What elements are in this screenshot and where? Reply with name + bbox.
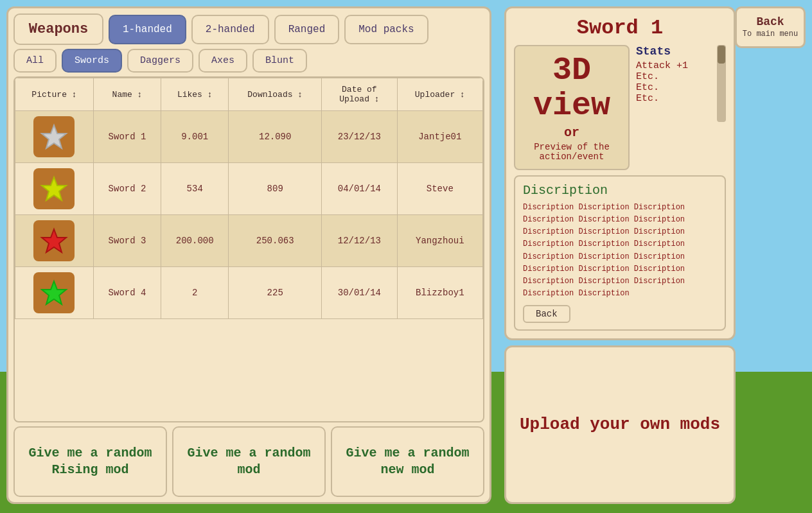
stats-box: Stats Attack +1 Etc. Etc. Etc. bbox=[636, 45, 726, 170]
stats-item-3: Etc. bbox=[636, 82, 714, 93]
cell-3: 23/12/13 bbox=[322, 111, 398, 163]
picture-cell bbox=[15, 163, 94, 215]
picture-cell bbox=[15, 111, 94, 163]
cell-0: Sword 4 bbox=[93, 267, 161, 319]
weapons-label: Weapons bbox=[13, 13, 103, 45]
tab-modpacks[interactable]: Mod packs bbox=[344, 15, 428, 44]
upload-title: Upload your own mods bbox=[520, 413, 720, 436]
back-main-button[interactable]: Back To main menu bbox=[735, 6, 806, 48]
svg-marker-0 bbox=[42, 125, 66, 148]
subtab-blunt[interactable]: Blunt bbox=[252, 49, 307, 73]
svg-marker-3 bbox=[42, 281, 66, 304]
tab-2handed[interactable]: 2-handed bbox=[191, 15, 269, 44]
stats-scrollbar-thumb bbox=[718, 46, 725, 64]
random-new-mod-button[interactable]: Give me a random new mod bbox=[331, 426, 484, 497]
preview-3d-label: 3Dview bbox=[533, 53, 610, 123]
description-panel: Discription Discription Discription Disc… bbox=[514, 175, 726, 331]
mod-table-container: Picture ↕ Name ↕ Likes ↕ Downloads ↕ Dat… bbox=[13, 76, 484, 422]
cell-4: Jantje01 bbox=[397, 111, 482, 163]
stats-scrollbar[interactable] bbox=[717, 45, 726, 122]
stats-list: Stats Attack +1 Etc. Etc. Etc. bbox=[636, 45, 714, 122]
cell-1: 200.000 bbox=[161, 215, 229, 267]
preview-sub-label: Preview of theaction/event bbox=[534, 143, 610, 162]
stats-item-1: Attack +1 bbox=[636, 60, 714, 71]
description-text: Discription Discription Discription Disc… bbox=[523, 202, 717, 300]
col-downloads[interactable]: Downloads ↕ bbox=[229, 78, 322, 111]
tab-1handed[interactable]: 1-handed bbox=[109, 15, 186, 44]
main-panel: Weapons 1-handed 2-handed Ranged Mod pac… bbox=[6, 6, 491, 504]
stats-right: Stats Attack +1 Etc. Etc. Etc. bbox=[636, 45, 726, 122]
detail-panel: Sword 1 3Dview or Preview of theaction/e… bbox=[504, 6, 736, 340]
preview-or-label: or bbox=[564, 126, 579, 140]
upload-panel[interactable]: Upload your own mods bbox=[504, 345, 736, 504]
cell-1: 2 bbox=[161, 267, 229, 319]
description-title: Discription bbox=[523, 183, 717, 198]
cell-4: Steve bbox=[397, 163, 482, 215]
sub-nav: All Swords Daggers Axes Blunt bbox=[13, 49, 484, 73]
cell-4: Blizzboy1 bbox=[397, 267, 482, 319]
tab-ranged[interactable]: Ranged bbox=[274, 15, 340, 44]
col-date[interactable]: Date ofUpload ↕ bbox=[322, 78, 398, 111]
back-sub-label: To main menu bbox=[742, 30, 799, 40]
table-row[interactable]: Sword 19.00112.09023/12/13Jantje01 bbox=[15, 111, 483, 163]
subtab-axes[interactable]: Axes bbox=[199, 49, 247, 73]
nav-buttons: 1-handed 2-handed Ranged Mod packs bbox=[109, 15, 428, 44]
detail-title: Sword 1 bbox=[514, 16, 726, 40]
cell-2: 225 bbox=[229, 267, 322, 319]
stats-title: Stats bbox=[636, 45, 714, 58]
cell-3: 30/01/14 bbox=[322, 267, 398, 319]
cell-2: 809 bbox=[229, 163, 322, 215]
picture-cell bbox=[15, 267, 94, 319]
cell-0: Sword 3 bbox=[93, 215, 161, 267]
right-panel: Sword 1 3Dview or Preview of theaction/e… bbox=[504, 6, 736, 504]
cell-2: 12.090 bbox=[229, 111, 322, 163]
stats-item-2: Etc. bbox=[636, 71, 714, 82]
detail-body: 3Dview or Preview of theaction/event Sta… bbox=[514, 45, 726, 170]
detail-back-button[interactable]: Back bbox=[523, 305, 570, 323]
subtab-swords[interactable]: Swords bbox=[62, 49, 122, 73]
stats-item-4: Etc. bbox=[636, 93, 714, 104]
cell-4: Yangzhoui bbox=[397, 215, 482, 267]
col-picture[interactable]: Picture ↕ bbox=[15, 78, 94, 111]
back-label: Back bbox=[756, 15, 784, 28]
table-row[interactable]: Sword 253480904/01/14Steve bbox=[15, 163, 483, 215]
mod-table: Picture ↕ Name ↕ Likes ↕ Downloads ↕ Dat… bbox=[15, 78, 483, 319]
svg-marker-2 bbox=[42, 229, 66, 252]
picture-cell bbox=[15, 215, 94, 267]
cell-1: 9.001 bbox=[161, 111, 229, 163]
subtab-daggers[interactable]: Daggers bbox=[127, 49, 193, 73]
top-nav: Weapons 1-handed 2-handed Ranged Mod pac… bbox=[13, 13, 484, 45]
col-name[interactable]: Name ↕ bbox=[93, 78, 161, 111]
subtab-all[interactable]: All bbox=[13, 49, 57, 73]
random-mod-button[interactable]: Give me a random mod bbox=[172, 426, 326, 497]
cell-3: 12/12/13 bbox=[322, 215, 398, 267]
table-row[interactable]: Sword 4222530/01/14Blizzboy1 bbox=[15, 267, 483, 319]
cell-0: Sword 2 bbox=[93, 163, 161, 215]
cell-0: Sword 1 bbox=[93, 111, 161, 163]
cell-2: 250.063 bbox=[229, 215, 322, 267]
cell-3: 04/01/14 bbox=[322, 163, 398, 215]
preview-box: 3Dview or Preview of theaction/event bbox=[514, 45, 630, 170]
svg-marker-1 bbox=[42, 177, 66, 200]
table-row[interactable]: Sword 3200.000250.06312/12/13Yangzhoui bbox=[15, 215, 483, 267]
bottom-buttons: Give me a random Rising mod Give me a ra… bbox=[13, 426, 484, 497]
col-uploader[interactable]: Uploader ↕ bbox=[397, 78, 482, 111]
random-rising-mod-button[interactable]: Give me a random Rising mod bbox=[13, 426, 167, 497]
cell-1: 534 bbox=[161, 163, 229, 215]
col-likes[interactable]: Likes ↕ bbox=[161, 78, 229, 111]
